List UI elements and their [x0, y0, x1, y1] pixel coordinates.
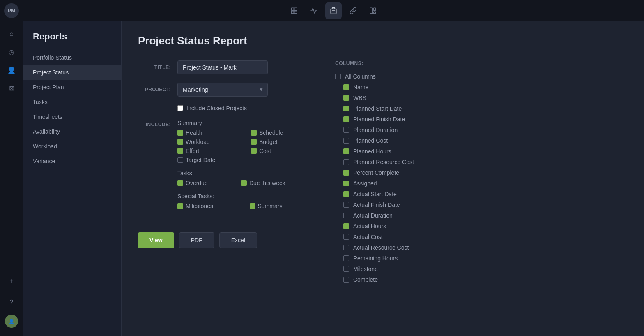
excel-button[interactable]: Excel — [219, 232, 257, 248]
col-milestone-label: Milestone — [353, 266, 378, 272]
col-planned-finish-checkbox[interactable] — [343, 116, 349, 122]
col-actual-start-label: Actual Start Date — [353, 191, 397, 197]
col-actual-resource-cost-checkbox[interactable] — [343, 245, 349, 250]
sidebar-item-timesheets[interactable]: Timesheets — [23, 109, 121, 124]
summary-special-checkbox-item: Summary — [250, 203, 311, 209]
col-remaining-hours-checkbox[interactable] — [343, 255, 349, 261]
sidebar: Reports Portfolio Status Project Status … — [23, 21, 122, 336]
budget-checkbox-item: Budget — [251, 139, 310, 145]
col-actual-resource-cost-item: Actual Resource Cost — [335, 242, 624, 253]
col-actual-duration-checkbox[interactable] — [343, 213, 349, 218]
include-closed-checkbox[interactable] — [177, 105, 183, 111]
col-planned-duration-checkbox[interactable] — [343, 127, 349, 133]
sidebar-item-project-status[interactable]: Project Status — [23, 65, 121, 80]
target-date-checkbox[interactable] — [177, 157, 183, 163]
cost-checkbox-item: Cost — [251, 148, 310, 154]
tasks-label: Tasks — [177, 170, 310, 176]
add-icon[interactable]: ＋ — [4, 273, 19, 288]
col-planned-duration-label: Planned Duration — [353, 127, 398, 133]
col-percent-complete-checkbox[interactable] — [343, 170, 349, 176]
all-columns-checkbox[interactable] — [335, 74, 341, 79]
app-logo[interactable]: PM — [4, 3, 19, 18]
svg-rect-0 — [291, 8, 294, 10]
effort-label: Effort — [186, 148, 199, 154]
nav-users-icon[interactable]: 👤 — [4, 63, 19, 77]
col-planned-start-checkbox[interactable] — [343, 106, 349, 111]
col-actual-duration-item: Actual Duration — [335, 210, 624, 221]
all-columns-item: All Columns — [335, 71, 624, 82]
nav-history-icon[interactable]: ◷ — [4, 44, 19, 59]
include-section-row: INCLUDE: Summary Health Sche — [138, 120, 310, 216]
include-content: Summary Health Schedule — [177, 120, 310, 216]
col-actual-finish-label: Actual Finish Date — [353, 202, 400, 208]
nav-home-icon[interactable]: ⌂ — [4, 26, 19, 41]
health-checkbox[interactable] — [177, 130, 183, 136]
sidebar-item-portfolio-status[interactable]: Portfolio Status — [23, 50, 121, 65]
col-planned-cost-checkbox[interactable] — [343, 138, 349, 144]
project-select[interactable]: Marketing Development Design Sales — [177, 83, 268, 97]
milestones-checkbox[interactable] — [177, 203, 183, 209]
overdue-checkbox[interactable] — [177, 180, 183, 186]
sidebar-item-project-plan[interactable]: Project Plan — [23, 80, 121, 95]
effort-checkbox[interactable] — [177, 148, 183, 154]
col-actual-hours-checkbox[interactable] — [343, 223, 349, 229]
sidebar-item-workload[interactable]: Workload — [23, 139, 121, 154]
user-avatar[interactable]: 👤 — [5, 315, 18, 328]
summary-special-checkbox[interactable] — [250, 203, 255, 209]
col-milestone-item: Milestone — [335, 264, 624, 274]
sidebar-title: Reports — [23, 31, 121, 50]
layout-tool-button[interactable] — [365, 2, 381, 19]
nav-portfolio-icon[interactable]: ⊠ — [4, 81, 19, 95]
col-complete-item: Complete — [335, 274, 624, 285]
col-milestone-checkbox[interactable] — [343, 266, 349, 272]
cost-label: Cost — [259, 148, 271, 154]
action-buttons: View PDF Excel — [138, 232, 310, 248]
sidebar-item-tasks[interactable]: Tasks — [23, 95, 121, 109]
col-assigned-checkbox[interactable] — [343, 181, 349, 186]
search-tool-button[interactable] — [286, 2, 302, 19]
link-tool-button[interactable] — [345, 2, 361, 19]
col-wbs-item: WBS — [335, 93, 624, 103]
due-this-week-checkbox[interactable] — [241, 180, 247, 186]
cost-checkbox[interactable] — [251, 148, 257, 154]
view-button[interactable]: View — [138, 232, 174, 248]
sidebar-item-availability[interactable]: Availability — [23, 124, 121, 139]
clipboard-tool-button[interactable] — [325, 2, 342, 19]
budget-checkbox[interactable] — [251, 139, 257, 145]
summary-checkboxes: Health Schedule Workload — [177, 130, 310, 163]
title-input[interactable] — [177, 60, 268, 74]
svg-rect-1 — [294, 8, 297, 10]
svg-rect-10 — [374, 12, 376, 14]
sidebar-item-variance[interactable]: Variance — [23, 154, 121, 169]
col-planned-finish-label: Planned Finish Date — [353, 116, 405, 123]
col-remaining-hours-label: Remaining Hours — [353, 255, 398, 262]
col-name-checkbox[interactable] — [343, 84, 349, 90]
include-label: INCLUDE: — [146, 122, 171, 127]
col-actual-finish-checkbox[interactable] — [343, 202, 349, 208]
pdf-button[interactable]: PDF — [179, 232, 214, 248]
col-actual-cost-item: Actual Cost — [335, 232, 624, 242]
col-planned-hours-checkbox[interactable] — [343, 148, 349, 154]
page-title: Project Status Report — [138, 35, 628, 47]
help-icon[interactable]: ？ — [4, 295, 19, 310]
col-complete-checkbox[interactable] — [343, 277, 349, 283]
icon-bar: PM ⌂ ◷ 👤 ⊠ ＋ ？ 👤 — [0, 0, 23, 336]
col-planned-start-item: Planned Start Date — [335, 103, 624, 114]
chart-tool-button[interactable] — [306, 2, 322, 19]
col-assigned-item: Assigned — [335, 178, 624, 189]
col-wbs-checkbox[interactable] — [343, 95, 349, 101]
col-planned-resource-cost-checkbox[interactable] — [343, 159, 349, 165]
project-select-wrapper: Marketing Development Design Sales ▼ — [177, 83, 268, 97]
col-name-label: Name — [353, 84, 368, 90]
project-field-row: PROJECT: Marketing Development Design Sa… — [138, 83, 310, 97]
col-actual-hours-label: Actual Hours — [353, 223, 386, 229]
workload-checkbox[interactable] — [177, 139, 183, 145]
col-actual-start-checkbox[interactable] — [343, 191, 349, 197]
col-planned-cost-label: Planned Cost — [353, 137, 388, 144]
schedule-checkbox[interactable] — [251, 130, 257, 136]
col-actual-cost-checkbox[interactable] — [343, 234, 349, 240]
form-right: COLUMNS: All Columns Name W — [335, 60, 628, 285]
col-assigned-label: Assigned — [353, 180, 377, 187]
effort-checkbox-item: Effort — [177, 148, 243, 154]
col-planned-duration-item: Planned Duration — [335, 125, 624, 135]
